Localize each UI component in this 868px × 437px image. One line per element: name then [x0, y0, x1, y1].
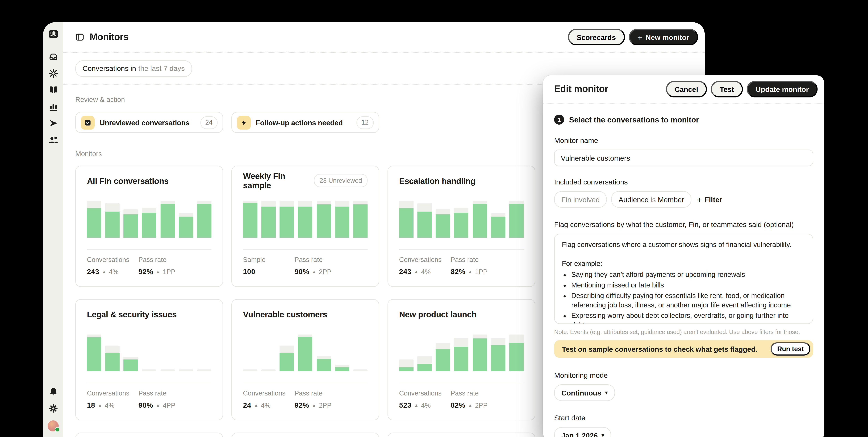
monitor-card-partial[interactable]: [388, 433, 535, 437]
start-date-select[interactable]: Jan 1 2026 ▾: [554, 427, 611, 437]
sidebar-item-settings[interactable]: [49, 404, 58, 413]
bar-passed-fill: [261, 206, 276, 238]
test-button[interactable]: Test: [711, 81, 743, 97]
monitors-panel-icon: [75, 33, 84, 41]
sidebar-item-contacts[interactable]: [49, 135, 58, 145]
metric: Pass rate92%▲1PP: [138, 256, 175, 276]
delta-up-icon: ▲: [312, 269, 316, 274]
edit-panel-actions: Cancel Test Update monitor: [666, 81, 818, 97]
yellow-icon-badge: [81, 116, 95, 129]
bar: [454, 208, 469, 238]
metric: Pass rate82%▲1PP: [451, 256, 488, 276]
run-test-button[interactable]: Run test: [771, 342, 810, 356]
monitoring-mode-value: Continuous: [561, 388, 601, 397]
filter-chip-value: the last 7 days: [138, 64, 185, 72]
sidebar-item-notifications[interactable]: [49, 387, 58, 397]
bar-passed-fill: [316, 204, 331, 238]
monitoring-mode-select[interactable]: Continuous ▾: [554, 384, 615, 401]
bar: [160, 370, 175, 371]
chip-text: Member: [658, 195, 684, 204]
bar: [142, 370, 156, 371]
bar-passed-fill: [335, 368, 349, 371]
start-date-value: Jan 1 2026: [561, 431, 598, 437]
monitor-card[interactable]: Legal & security issuesConversations18▲4…: [75, 299, 223, 420]
add-filter-button[interactable]: + Filter: [697, 195, 722, 204]
metric-value: 98%▲4PP: [138, 401, 175, 409]
metric: Pass rate92%▲2PP: [294, 389, 332, 409]
monitor-card[interactable]: Escalation handlingConversations243▲4%Pa…: [388, 166, 535, 287]
unreviewed-badge: 23 Unreviewed: [314, 174, 368, 187]
monitor-card-stats: Conversations243▲4%Pass rate92%▲1PP: [87, 249, 212, 276]
monitor-card[interactable]: All Fin conversationsConversations243▲4%…: [75, 166, 223, 287]
user-avatar[interactable]: [48, 420, 59, 432]
flag-bullet: Describing difficulty paying for essenti…: [571, 291, 806, 310]
metric-delta: 2PP: [319, 268, 332, 275]
bar-passed-fill: [417, 211, 432, 238]
bar: [436, 209, 450, 238]
bar: [87, 201, 101, 238]
monitor-card[interactable]: Weekly Fin sample23 UnreviewedSample100P…: [231, 166, 379, 287]
cancel-button[interactable]: Cancel: [666, 81, 707, 97]
metric-value: 92%▲1PP: [138, 267, 175, 276]
step-row: 1 Select the conversations to monitor: [554, 115, 813, 124]
monitor-name-input[interactable]: [554, 150, 813, 166]
monitoring-mode-label: Monitoring mode: [554, 371, 813, 379]
bar-passed-fill: [124, 359, 138, 371]
sidebar-item-reports[interactable]: [49, 102, 58, 111]
metric-label: Pass rate: [451, 389, 488, 397]
bar: [298, 201, 312, 238]
monitor-card[interactable]: New product launchConversations523▲4%Pas…: [388, 299, 535, 420]
delta-up-icon: ▲: [156, 403, 160, 408]
monitor-card-partial[interactable]: [75, 433, 223, 437]
delta-up-icon: ▲: [98, 403, 102, 408]
sidebar-item-knowledge[interactable]: [49, 85, 58, 95]
flag-description-textarea[interactable]: Flag conversations where a customer show…: [554, 234, 813, 324]
update-monitor-button[interactable]: Update monitor: [747, 81, 817, 97]
edit-panel-body: 1 Select the conversations to monitor Mo…: [543, 104, 824, 437]
bar: [491, 338, 505, 371]
count-badge: 24: [200, 116, 218, 129]
filter-chip[interactable]: Audience is Member: [612, 191, 691, 208]
add-filter-label: Filter: [705, 195, 722, 204]
review-card-label: Follow-up actions needed: [256, 118, 351, 127]
sidebar-item-outbound[interactable]: [49, 118, 58, 128]
flag-label: Flag conversations by what the customer,…: [554, 221, 762, 229]
included-chips-row: Fin involvedAudience is Member + Filter: [554, 191, 813, 208]
date-range-filter-chip[interactable]: Conversations in the last 7 days: [75, 60, 192, 77]
metric-label: Pass rate: [138, 256, 175, 264]
bar: [197, 201, 212, 238]
bar: [243, 370, 257, 371]
monitor-card-title: Weekly Fin sample: [243, 171, 314, 190]
metric: Conversations243▲4%: [87, 256, 138, 276]
metric-value: 243▲4%: [399, 267, 451, 276]
fin-ai-icon: [49, 68, 58, 78]
sidebar-item-fin-ai[interactable]: [49, 68, 58, 78]
metric-value: 82%▲1PP: [451, 267, 488, 276]
start-date-label: Start date: [554, 414, 813, 422]
metric-label: Pass rate: [451, 256, 488, 264]
monitor-card-title: New product launch: [399, 309, 476, 319]
monitor-card-partial[interactable]: [231, 433, 379, 437]
lightning-icon: [240, 119, 247, 126]
metric-delta: 2PP: [319, 401, 332, 409]
count-badge: 12: [356, 116, 374, 129]
delta-up-icon: ▲: [414, 269, 418, 274]
new-monitor-button[interactable]: + New monitor: [629, 29, 698, 46]
filter-chip[interactable]: Fin involved: [554, 191, 607, 208]
review-action-card[interactable]: Follow-up actions needed12: [231, 112, 379, 133]
bar-passed-fill: [436, 349, 450, 371]
metric-label: Conversations: [243, 389, 294, 397]
test-banner: Test on sample conversations to check wh…: [554, 340, 813, 358]
sidebar-item-inbox[interactable]: [49, 52, 58, 61]
bar-passed-fill: [472, 339, 487, 371]
sidebar-item-intercom-logo[interactable]: [48, 29, 59, 39]
outbound-icon: [49, 118, 58, 128]
metric-value: 92%▲2PP: [294, 401, 332, 409]
bar: [316, 356, 331, 371]
monitor-card[interactable]: Vulnerable customersConversations24▲4%Pa…: [231, 299, 379, 420]
review-action-card[interactable]: Unreviewed conversations24: [75, 112, 223, 133]
scorecards-button[interactable]: Scorecards: [568, 29, 625, 46]
bar: [399, 359, 413, 371]
note-check-icon: [84, 119, 91, 126]
bar: [298, 334, 312, 371]
